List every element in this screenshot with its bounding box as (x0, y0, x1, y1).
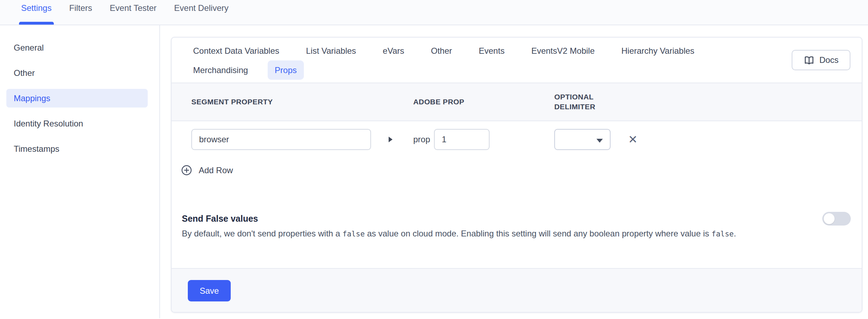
column-header-adobe-prop: ADOBE PROP (413, 97, 554, 107)
settings-sidebar: GeneralOtherMappingsIdentity ResolutionT… (0, 25, 160, 318)
subtab-other[interactable]: Other (424, 41, 459, 60)
description-text: as value on cloud mode. Enabling this se… (365, 229, 711, 238)
column-header-segment-property: SEGMENT PROPERTY (191, 97, 413, 107)
delete-row-button[interactable]: ✕ (628, 134, 638, 145)
send-false-description: By default, we don't send properties wit… (182, 227, 809, 241)
mappings-table-header: SEGMENT PROPERTY ADOBE PROP OPTIONAL DEL… (172, 83, 862, 121)
prop-prefix-label: prop (413, 135, 430, 144)
tab-event-tester[interactable]: Event Tester (110, 3, 157, 25)
tab-event-delivery[interactable]: Event Delivery (174, 3, 229, 25)
sidebar-item-timestamps[interactable]: Timestamps (6, 139, 148, 158)
mapping-row: prop ✕ (172, 121, 862, 161)
code-false: false (711, 230, 734, 238)
segment-property-input[interactable] (191, 129, 371, 150)
segment-property-cell (191, 129, 413, 150)
toggle-knob (824, 213, 835, 224)
column-header-optional-delimiter: OPTIONAL DELIMITER (554, 92, 607, 112)
mappings-card: Context Data VariablesList VariableseVar… (171, 37, 862, 313)
card-footer: Save (172, 268, 862, 312)
send-false-title: Send False values (182, 213, 809, 224)
save-button[interactable]: Save (188, 280, 231, 301)
tab-filters[interactable]: Filters (69, 3, 92, 25)
send-false-section: Send False values By default, we don't s… (172, 213, 862, 241)
docs-button-label: Docs (819, 55, 839, 65)
delimiter-cell: ✕ (554, 129, 862, 150)
adobe-prop-number-input[interactable] (434, 129, 490, 150)
settings-layout: GeneralOtherMappingsIdentity ResolutionT… (0, 25, 868, 318)
tab-settings[interactable]: Settings (21, 3, 52, 25)
add-row-label: Add Row (199, 165, 233, 175)
subtab-props[interactable]: Props (268, 60, 304, 80)
adobe-prop-cell: prop (413, 129, 554, 150)
maps-to-arrow-icon (389, 137, 392, 142)
subtab-hierarchy-variables[interactable]: Hierarchy Variables (614, 41, 702, 60)
destination-nav-tabs: SettingsFiltersEvent TesterEvent Deliver… (0, 0, 868, 25)
description-text: By default, we don't send properties wit… (182, 229, 343, 238)
delimiter-select[interactable] (554, 129, 611, 150)
sidebar-item-identity-resolution[interactable]: Identity Resolution (6, 114, 148, 133)
description-text: . (734, 229, 736, 238)
sidebar-item-other[interactable]: Other (6, 64, 148, 82)
subtab-eventsv2-mobile[interactable]: EventsV2 Mobile (524, 41, 602, 60)
sidebar-item-general[interactable]: General (6, 38, 148, 57)
code-false: false (343, 230, 365, 238)
docs-button[interactable]: Docs (792, 50, 850, 70)
chevron-down-icon (596, 139, 603, 143)
subtab-list-variables[interactable]: List Variables (299, 41, 363, 60)
book-icon (804, 55, 815, 65)
plus-circle-icon (181, 165, 192, 176)
sidebar-item-mappings[interactable]: Mappings (6, 89, 148, 108)
send-false-toggle[interactable] (822, 212, 851, 226)
main-content: Context Data VariablesList VariableseVar… (160, 25, 868, 318)
subtab-evars[interactable]: eVars (376, 41, 411, 60)
subtab-context-data-variables[interactable]: Context Data Variables (186, 41, 286, 60)
add-row-button[interactable]: Add Row (181, 165, 233, 176)
variable-type-tabs: Context Data VariablesList VariableseVar… (172, 38, 862, 83)
subtab-merchandising[interactable]: Merchandising (186, 60, 255, 80)
subtab-events[interactable]: Events (472, 41, 511, 60)
